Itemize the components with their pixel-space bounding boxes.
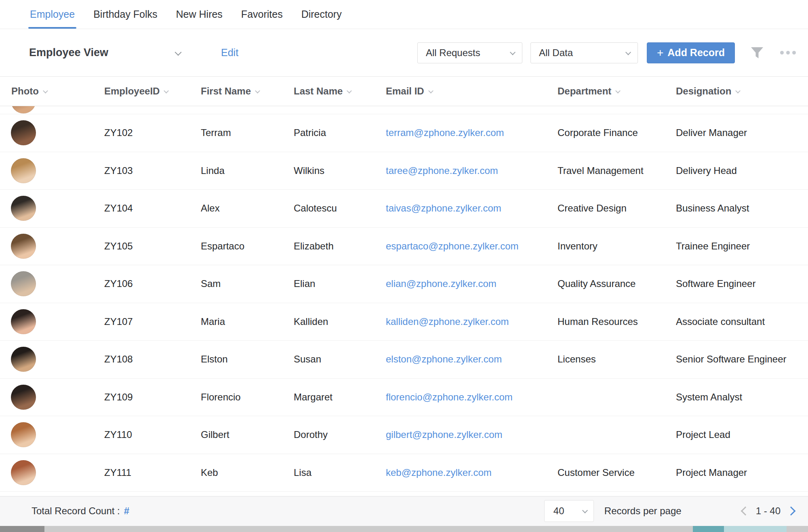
avatar	[11, 309, 36, 334]
email-link[interactable]: florencio@zphone.zylker.com	[386, 392, 558, 403]
data-scope-select[interactable]: All Data	[530, 42, 638, 63]
avatar	[11, 234, 36, 259]
avatar	[11, 347, 36, 372]
email-link[interactable]: gilbert@zphone.zylker.com	[386, 429, 558, 440]
last-name: Calotescu	[294, 203, 386, 214]
designation: Delivery Head	[676, 165, 808, 176]
photo-cell	[0, 347, 104, 372]
employee-id: ZY102	[104, 127, 201, 138]
last-name: Elizabeth	[294, 241, 386, 252]
tab-employee[interactable]: Employee	[29, 0, 76, 29]
table-row[interactable]: ZY110 Gilbert Dorothy gilbert@zphone.zyl…	[0, 416, 808, 454]
email-link[interactable]: elian@zphone.zylker.com	[386, 278, 558, 289]
chevron-down-icon	[582, 508, 588, 513]
table-row[interactable]: ZY103 Linda Wilkins taree@zphone.zylker.…	[0, 152, 808, 190]
pagination: 1 - 40	[742, 505, 794, 517]
edit-view-link[interactable]: Edit	[221, 47, 238, 59]
partial-row[interactable]	[0, 106, 808, 114]
horizontal-scrollbar[interactable]	[0, 526, 808, 532]
avatar	[11, 106, 36, 113]
table-row[interactable]: ZY108 Elston Susan elston@zphone.zylker.…	[0, 341, 808, 379]
employee-id: ZY110	[104, 429, 201, 440]
department: Inventory	[558, 241, 676, 252]
table-row[interactable]: ZY111 Keb Lisa keb@zphone.zylker.com Cus…	[0, 454, 808, 492]
column-header-first-name[interactable]: First Name	[201, 86, 294, 97]
department: Licenses	[558, 354, 676, 365]
table-row[interactable]: ZY109 Florencio Margaret florencio@zphon…	[0, 379, 808, 417]
designation: Business Analyst	[676, 203, 808, 214]
email-link[interactable]: taivas@zphone.zylker.com	[386, 203, 558, 214]
department: Quality Assurance	[558, 278, 676, 289]
photo-cell	[0, 234, 104, 259]
last-name: Susan	[294, 354, 386, 365]
requests-filter-select[interactable]: All Requests	[417, 42, 522, 63]
designation: Senior Software Engineer	[676, 354, 808, 365]
tab-favorites[interactable]: Favorites	[240, 0, 284, 29]
column-header-email-id[interactable]: Email ID	[386, 86, 558, 97]
photo-cell	[0, 120, 104, 145]
department: Corporate Finance	[558, 127, 676, 138]
sort-chevron-icon	[347, 88, 352, 93]
page-range: 1 - 40	[756, 505, 781, 517]
first-name: Alex	[201, 203, 294, 214]
column-header-department[interactable]: Department	[558, 86, 676, 97]
tab-birthday-folks[interactable]: Birthday Folks	[93, 0, 158, 29]
table-row[interactable]: ZY106 Sam Elian elian@zphone.zylker.com …	[0, 265, 808, 303]
column-header-last-name[interactable]: Last Name	[294, 86, 386, 97]
avatar	[11, 158, 36, 183]
scrollbar-thumb[interactable]	[0, 526, 44, 532]
tab-new-hires[interactable]: New Hires	[175, 0, 223, 29]
sort-chevron-icon	[735, 88, 741, 93]
requests-filter-value: All Requests	[426, 47, 480, 59]
first-name: Espartaco	[201, 241, 294, 252]
designation: Deliver Manager	[676, 127, 808, 138]
email-link[interactable]: espartaco@zphone.zylker.com	[386, 241, 558, 252]
page-size-select[interactable]: 40	[544, 500, 594, 522]
view-selector[interactable]: Employee View	[29, 46, 181, 59]
scrollbar-accent-dark	[693, 526, 724, 532]
next-page-icon[interactable]	[787, 507, 796, 516]
table-row[interactable]: ZY107 Maria Kalliden kalliden@zphone.zyl…	[0, 303, 808, 341]
view-title: Employee View	[29, 46, 108, 59]
column-header-employeeid[interactable]: EmployeeID	[104, 86, 201, 97]
footer: Total Record Count : # 40 Records per pa…	[0, 496, 808, 526]
table-row[interactable]: ZY102 Terram Patricia terram@zphone.zylk…	[0, 114, 808, 152]
table-row[interactable]: ZY105 Espartaco Elizabeth espartaco@zpho…	[0, 228, 808, 266]
tab-directory[interactable]: Directory	[301, 0, 343, 29]
table-row[interactable]: ZY104 Alex Calotescu taivas@zphone.zylke…	[0, 190, 808, 228]
photo-cell	[0, 385, 104, 410]
chevron-down-icon	[625, 49, 631, 55]
photo-cell	[0, 196, 104, 221]
total-record-count-link[interactable]: #	[124, 505, 129, 517]
employee-id: ZY103	[104, 165, 201, 176]
email-link[interactable]: taree@zphone.zylker.com	[386, 165, 558, 176]
first-name: Florencio	[201, 392, 294, 403]
photo-cell	[0, 460, 104, 485]
email-link[interactable]: kalliden@zphone.zylker.com	[386, 316, 558, 327]
first-name: Gilbert	[201, 429, 294, 440]
column-header-photo[interactable]: Photo	[0, 86, 104, 97]
email-link[interactable]: elston@zphone.zylker.com	[386, 354, 558, 365]
employee-id: ZY106	[104, 278, 201, 289]
photo-cell	[0, 422, 104, 447]
table-body: ZY102 Terram Patricia terram@zphone.zylk…	[0, 114, 808, 492]
department: Customer Service	[558, 467, 676, 478]
employee-id: ZY104	[104, 203, 201, 214]
prev-page-icon[interactable]	[741, 507, 750, 516]
column-header-designation[interactable]: Designation	[676, 86, 808, 97]
designation: Associate consultant	[676, 316, 808, 327]
email-link[interactable]: terram@zphone.zylker.com	[386, 127, 558, 138]
first-name: Linda	[201, 165, 294, 176]
employee-id: ZY111	[104, 467, 201, 478]
scrollbar-accent-light	[724, 526, 787, 532]
spacer	[0, 492, 808, 496]
add-record-button[interactable]: + Add Record	[647, 42, 735, 63]
add-record-label: Add Record	[667, 47, 725, 59]
funnel-icon[interactable]	[750, 46, 764, 59]
email-link[interactable]: keb@zphone.zylker.com	[386, 467, 558, 478]
sort-chevron-icon	[428, 88, 433, 93]
employee-id: ZY105	[104, 241, 201, 252]
department: Creative Design	[558, 203, 676, 214]
ellipsis-icon[interactable]	[780, 51, 796, 54]
chevron-down-icon	[510, 49, 516, 55]
